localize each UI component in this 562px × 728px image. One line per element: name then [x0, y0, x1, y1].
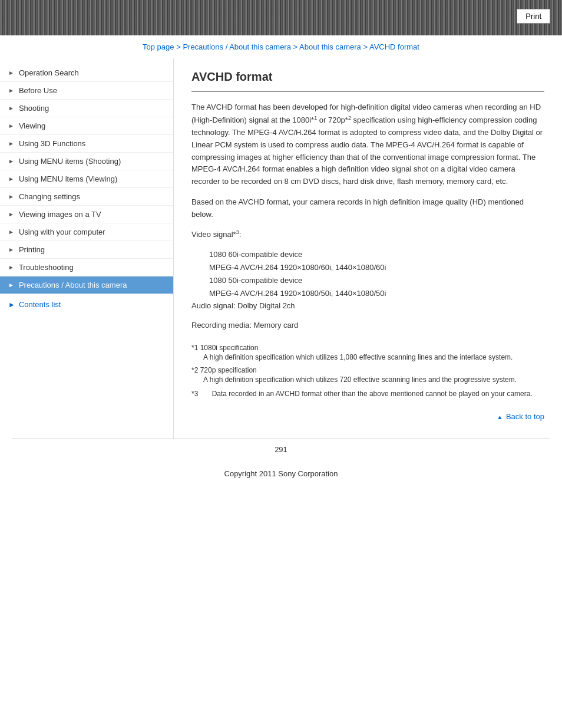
sidebar-item-viewing[interactable]: ► Viewing [0, 117, 173, 135]
section2-intro: Based on the AVCHD format, your camera r… [191, 196, 544, 221]
video-detail-4: MPEG-4 AVC/H.264 1920×1080/50i, 1440×108… [209, 287, 544, 300]
content-area: AVCHD format The AVCHD format has been d… [174, 58, 562, 439]
footnote-1-text: A high definition specification which ut… [203, 353, 513, 361]
arrow-icon: ► [8, 282, 14, 288]
breadcrumb-top-page[interactable]: Top page [143, 42, 174, 51]
sidebar-item-precautions[interactable]: ► Precautions / About this camera [0, 276, 173, 294]
sidebar-item-label: Precautions / About this camera [19, 281, 127, 289]
sidebar-item-label: Troubleshooting [19, 263, 74, 272]
contents-list-link[interactable]: ► Contents list [0, 294, 173, 315]
back-to-top-link[interactable]: ▲ Back to top [497, 412, 544, 421]
arrow-icon: ► [8, 264, 14, 271]
audio-signal: Audio signal: Dolby Digital 2ch [191, 300, 544, 312]
sidebar-item-label: Operation Search [19, 68, 79, 77]
sidebar-item-menu-shooting[interactable]: ► Using MENU items (Shooting) [0, 153, 173, 170]
sidebar-item-computer[interactable]: ► Using with your computer [0, 223, 173, 241]
sidebar-item-viewing-tv[interactable]: ► Viewing images on a TV [0, 206, 173, 223]
breadcrumb: Top page > Precautions / About this came… [0, 35, 562, 58]
print-button[interactable]: Print [517, 9, 550, 24]
page-title: AVCHD format [191, 70, 544, 84]
arrow-icon: ► [8, 105, 14, 111]
sidebar-item-operation-search[interactable]: ► Operation Search [0, 64, 173, 82]
sidebar-item-shooting[interactable]: ► Shooting [0, 100, 173, 117]
video-detail-2: MPEG-4 AVC/H.264 1920×1080/60i, 1440×108… [209, 261, 544, 274]
sidebar-item-label: Printing [19, 245, 45, 254]
arrow-icon: ► [8, 87, 14, 94]
sidebar-item-label: Using MENU items (Viewing) [19, 174, 117, 183]
video-detail-1: 1080 60i-compatible device [209, 248, 544, 261]
sidebar-item-menu-viewing[interactable]: ► Using MENU items (Viewing) [0, 170, 173, 188]
sidebar: ► Operation Search ► Before Use ► Shooti… [0, 58, 174, 439]
sidebar-item-troubleshooting[interactable]: ► Troubleshooting [0, 259, 173, 276]
page-title-section: AVCHD format [191, 70, 544, 92]
header-bar: Print [0, 0, 562, 35]
video-details: 1080 60i-compatible device MPEG-4 AVC/H.… [209, 248, 544, 300]
back-to-top-label: Back to top [506, 412, 544, 421]
sidebar-item-label: Using 3D Functions [19, 139, 85, 148]
sidebar-item-changing-settings[interactable]: ► Changing settings [0, 188, 173, 206]
arrow-icon: ► [8, 193, 14, 200]
arrow-icon: ► [8, 229, 14, 235]
content-body: The AVCHD format has been developed for … [191, 101, 544, 427]
sidebar-item-printing[interactable]: ► Printing [0, 241, 173, 259]
footnote-2-text: A high definition specification which ut… [203, 375, 517, 384]
footnote-3: *3 Data recorded in an AVCHD format othe… [191, 388, 544, 399]
breadcrumb-precautions[interactable]: Precautions / About this camera [183, 42, 291, 51]
back-to-top[interactable]: ▲ Back to top [191, 403, 544, 427]
breadcrumb-about-camera[interactable]: About this camera [299, 42, 361, 51]
footnote-3-text: Data recorded in an AVCHD format other t… [212, 390, 533, 398]
intro-section: The AVCHD format has been developed for … [191, 101, 544, 188]
recording-media: Recording media: Memory card [191, 319, 544, 332]
breadcrumb-avchd-format[interactable]: AVCHD format [369, 42, 419, 51]
sidebar-item-label: Viewing [19, 121, 45, 130]
arrow-icon: ► [8, 176, 14, 182]
arrow-icon: ► [8, 140, 14, 147]
main-layout: ► Operation Search ► Before Use ► Shooti… [0, 58, 562, 439]
sidebar-item-label: Using MENU items (Shooting) [19, 157, 121, 166]
sidebar-item-before-use[interactable]: ► Before Use [0, 82, 173, 100]
footer: Copyright 2011 Sony Corporation [0, 460, 562, 487]
arrow-icon: ► [8, 158, 14, 164]
arrow-right-icon: ► [8, 301, 15, 309]
sidebar-item-label: Using with your computer [19, 228, 105, 236]
sidebar-item-using-3d[interactable]: ► Using 3D Functions [0, 135, 173, 153]
sidebar-item-label: Before Use [19, 86, 57, 95]
sidebar-item-label: Shooting [19, 104, 49, 113]
sidebar-item-label: Changing settings [19, 192, 80, 201]
section2: Based on the AVCHD format, your camera r… [191, 196, 544, 332]
triangle-up-icon: ▲ [497, 414, 503, 420]
footnote-2-ref: *2 720p specification [191, 366, 257, 374]
footnote-block: *1 1080i specification A high definition… [191, 344, 544, 399]
arrow-icon: ► [8, 246, 14, 253]
arrow-icon: ► [8, 211, 14, 218]
copyright-text: Copyright 2011 Sony Corporation [224, 469, 338, 478]
page-number: 291 [0, 439, 562, 460]
arrow-icon: ► [8, 70, 14, 76]
footnote-2: *2 720p specification A high definition … [191, 366, 544, 385]
footnote-3-ref: *3 [191, 390, 198, 398]
video-signal-label: Video signal*3: [191, 228, 544, 241]
contents-list-label: Contents list [19, 300, 61, 309]
footnote-1-ref: *1 1080i specification [191, 344, 258, 352]
sidebar-item-label: Viewing images on a TV [19, 210, 101, 219]
video-detail-3: 1080 50i-compatible device [209, 274, 544, 287]
footnote-1: *1 1080i specification A high definition… [191, 344, 544, 363]
intro-paragraph: The AVCHD format has been developed for … [191, 101, 544, 188]
arrow-icon: ► [8, 123, 14, 129]
